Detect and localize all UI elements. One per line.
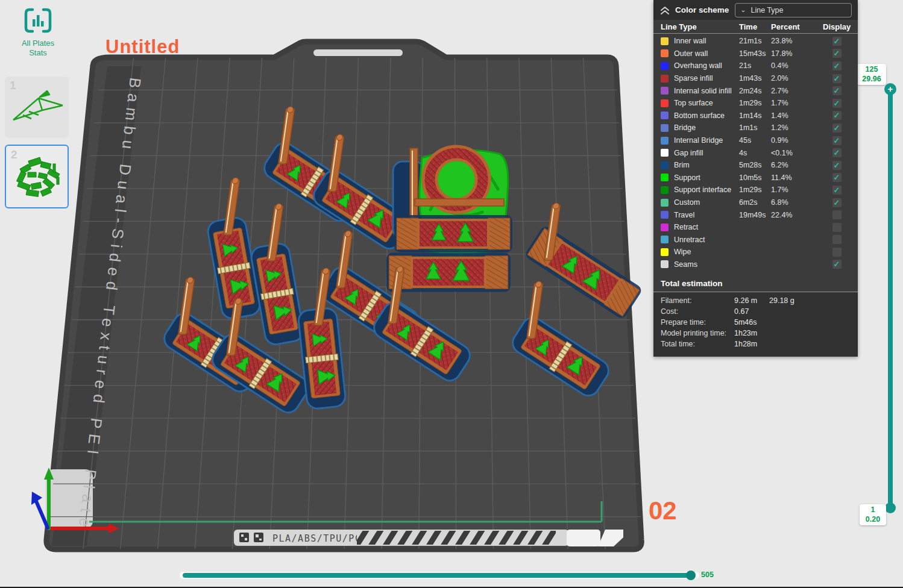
line-type-label: Top surface (674, 99, 739, 107)
color-scheme-dropdown[interactable]: ⌄ Line Type (735, 3, 852, 17)
color-scheme-value: Line Type (751, 6, 784, 14)
plate-thumbnail-1[interactable]: 1 (5, 77, 69, 138)
display-checkbox[interactable]: ✓ (832, 49, 842, 58)
layer-slider-bottom-tooltip: 1 0.20 (860, 504, 886, 525)
display-checkbox[interactable]: ✓ (832, 186, 842, 195)
display-checkbox[interactable]: ✓ (832, 61, 842, 70)
line-type-label: Brim (674, 161, 739, 169)
line-type-label: Overhang wall (674, 61, 739, 70)
line-type-row: Unretract (661, 234, 851, 246)
project-title[interactable]: Untitled (105, 36, 180, 58)
display-checkbox[interactable] (832, 223, 842, 232)
display-checkbox[interactable]: ✓ (832, 37, 842, 46)
display-checkbox[interactable]: ✓ (832, 74, 842, 83)
estimation-row: Prepare time:5m46s (653, 317, 858, 328)
line-type-row: Bridge1m1s1.2%✓ (661, 122, 851, 134)
display-checkbox[interactable] (832, 235, 842, 244)
move-slider-fill[interactable] (183, 573, 692, 578)
line-type-row: Gap infill4s<0.1%✓ (661, 146, 851, 159)
plate-thumbnail-2[interactable]: 2 (5, 145, 69, 208)
layer-slider-top-tooltip: 125 29.96 (857, 64, 886, 85)
line-type-time: 45s (739, 136, 771, 145)
display-checkbox[interactable]: ✓ (832, 173, 842, 182)
display-checkbox[interactable]: ✓ (832, 99, 842, 108)
line-type-time: 2m24s (739, 87, 771, 95)
line-type-row: Internal solid infill2m24s2.7%✓ (661, 84, 851, 97)
line-type-time: 1m14s (739, 111, 771, 120)
line-type-color-swatch (661, 149, 669, 157)
line-type-color-swatch (661, 174, 669, 181)
line-type-label: Internal solid infill (674, 87, 739, 95)
viewport-3d[interactable]: Bambu Dual-Sided Textured PEI Plate (0, 0, 705, 566)
display-checkbox[interactable]: ✓ (832, 124, 842, 133)
estimation-label: Total time: (661, 340, 734, 348)
plate-handle-slot (313, 49, 403, 56)
line-type-time: 5m28s (739, 161, 771, 169)
line-type-label: Travel (674, 211, 739, 219)
estimation-value: 1h23m (734, 329, 769, 337)
chevron-down-icon: ⌄ (740, 6, 746, 14)
line-type-row: Top surface1m29s1.7%✓ (661, 97, 851, 110)
estimation-label: Filament: (661, 296, 734, 305)
layer-slider-bottom-handle[interactable] (885, 502, 896, 513)
line-type-row: Overhang wall21s0.4%✓ (661, 60, 851, 72)
display-checkbox[interactable]: ✓ (832, 111, 842, 120)
line-type-label: Wipe (674, 248, 739, 256)
layer-slider-track[interactable] (888, 89, 893, 509)
line-type-color-swatch (661, 62, 669, 70)
line-type-percent: 1.7% (771, 99, 823, 107)
line-type-time: 21s (739, 61, 771, 70)
display-checkbox[interactable]: ✓ (832, 260, 842, 269)
display-checkbox[interactable]: ✓ (832, 148, 842, 157)
display-checkbox[interactable]: ✓ (832, 136, 842, 145)
line-type-percent: 2.0% (771, 74, 823, 83)
layer-slider-top-handle[interactable]: + (884, 83, 896, 95)
line-type-label: Retract (674, 223, 739, 231)
line-type-row: Support interface1m29s1.7%✓ (661, 184, 851, 196)
line-type-percent: 0.9% (771, 136, 823, 145)
line-type-label: Outer wall (674, 49, 739, 58)
line-type-time: 1m29s (739, 186, 771, 194)
display-checkbox[interactable] (832, 248, 842, 257)
line-type-row: Travel19m49s22.4% (661, 208, 851, 221)
line-type-row: Wipe (661, 246, 851, 258)
estimation-extra (769, 307, 851, 316)
line-type-row: Sparse infill1m43s2.0%✓ (661, 72, 851, 85)
line-type-time: 19m49s (739, 211, 771, 219)
line-type-row: Seams✓ (661, 258, 851, 271)
move-slider-handle[interactable] (686, 571, 696, 580)
line-type-color-swatch (661, 224, 669, 231)
plate-thumbnail-number: 1 (10, 79, 16, 92)
total-estimation-title: Total estimation (653, 273, 858, 292)
line-type-color-swatch (661, 260, 669, 268)
estimation-label: Cost: (661, 307, 734, 316)
display-checkbox[interactable]: ✓ (832, 161, 842, 170)
line-type-row: Outer wall15m43s17.8%✓ (661, 48, 851, 60)
line-type-time: 6m2s (739, 198, 771, 207)
display-checkbox[interactable]: ✓ (832, 86, 842, 95)
display-checkbox[interactable]: ✓ (832, 198, 842, 207)
estimation-label: Prepare time: (661, 318, 734, 327)
line-type-color-swatch (661, 75, 669, 83)
line-type-row: Retract (661, 221, 851, 234)
display-checkbox[interactable] (832, 210, 842, 219)
line-type-label: Seams (674, 260, 739, 269)
line-type-percent: 6.2% (771, 161, 823, 169)
line-type-percent: 11.4% (771, 174, 823, 182)
line-type-color-swatch (661, 111, 669, 119)
line-type-label: Custom (674, 198, 739, 207)
line-type-color-swatch (661, 137, 669, 145)
collapse-panel-icon[interactable] (659, 5, 670, 15)
plate-bottom-bar: PLA/ABS/TPU/PC (234, 530, 623, 546)
line-type-row: Internal Bridge45s0.9%✓ (661, 134, 851, 147)
line-type-label: Bottom surface (674, 111, 739, 120)
all-plates-stats-button[interactable]: All Plates Stats (5, 7, 71, 58)
line-type-percent: 2.7% (771, 87, 823, 95)
line-type-row: Bottom surface1m14s1.4%✓ (661, 110, 851, 122)
line-type-time: 1m1s (739, 124, 771, 132)
estimation-label: Model printing time: (661, 329, 734, 337)
plate-number-label: 02 (649, 496, 677, 525)
line-type-label: Unretract (674, 236, 739, 244)
line-type-row: Support10m5s11.4%✓ (661, 172, 851, 184)
plate-thumbnail-number: 2 (11, 148, 17, 161)
